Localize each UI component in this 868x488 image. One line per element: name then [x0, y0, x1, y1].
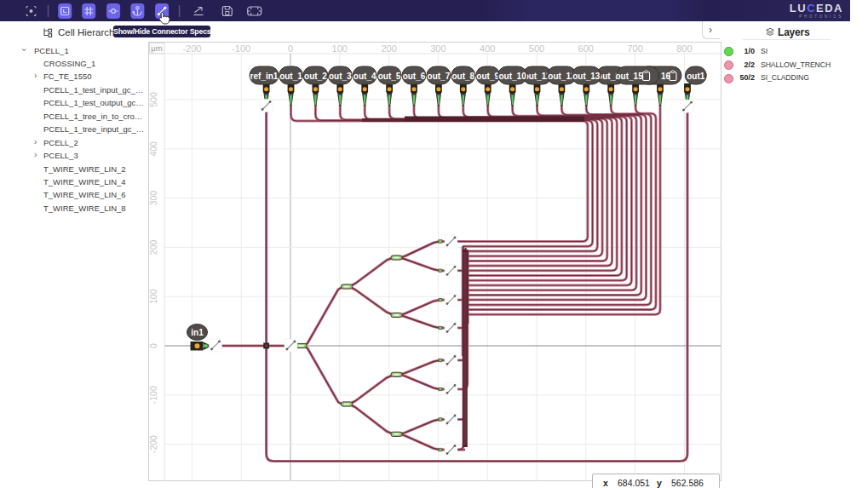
svg-text:800: 800: [676, 43, 692, 54]
svg-text:out_9: out_9: [476, 72, 499, 81]
svg-text:500: 500: [529, 43, 544, 54]
svg-text:-200: -200: [149, 435, 158, 453]
svg-text:100: 100: [332, 43, 348, 54]
svg-text:out_15: out_15: [615, 72, 643, 81]
svg-text:600: 600: [578, 43, 594, 54]
svg-text:0: 0: [149, 343, 158, 348]
svg-text:in1: in1: [191, 328, 204, 337]
svg-text:400: 400: [480, 43, 495, 54]
svg-text:out_10: out_10: [498, 72, 526, 81]
svg-text:200: 200: [381, 43, 396, 54]
svg-text:700: 700: [627, 43, 642, 54]
svg-text:out_7: out_7: [428, 72, 451, 81]
svg-text:out_5: out_5: [378, 72, 401, 81]
svg-text:µm: µm: [151, 43, 162, 53]
svg-text:out_1: out_1: [279, 72, 302, 81]
svg-text:out_4: out_4: [354, 72, 377, 81]
svg-text:400: 400: [149, 141, 158, 157]
svg-text:out1: out1: [687, 72, 705, 81]
svg-text:out_3: out_3: [329, 72, 352, 81]
svg-text:100: 100: [149, 289, 158, 304]
svg-text:out_2: out_2: [304, 72, 327, 81]
svg-text:300: 300: [149, 191, 158, 206]
svg-text:500: 500: [149, 92, 158, 107]
svg-text:ref_in1: ref_in1: [250, 72, 279, 81]
svg-text:-200: -200: [182, 43, 201, 54]
svg-text:0: 0: [288, 43, 293, 54]
svg-text:out_8: out_8: [451, 72, 474, 81]
svg-text:300: 300: [430, 43, 445, 54]
svg-text:out_13: out_13: [572, 72, 601, 81]
svg-text:200: 200: [149, 239, 158, 255]
svg-text:-100: -100: [232, 43, 250, 54]
svg-text:out_6: out_6: [403, 72, 426, 81]
svg-text:-100: -100: [149, 386, 158, 404]
